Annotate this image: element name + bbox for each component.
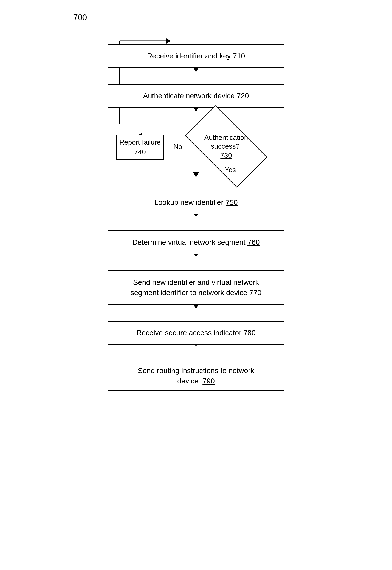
no-label: No bbox=[173, 143, 182, 151]
svg-marker-10 bbox=[193, 172, 199, 177]
step-770-label: Send new identifier and virtual networks… bbox=[130, 277, 262, 298]
step-760-container: Determine virtual network segment 760 bbox=[108, 231, 284, 254]
step-780-box: Receive secure access indicator 780 bbox=[108, 321, 284, 345]
diagram-title: 700 bbox=[73, 13, 87, 22]
step-780-ref: 780 bbox=[243, 329, 256, 337]
svg-marker-8 bbox=[166, 38, 171, 44]
step-730-label: Authenticationsuccess? 730 bbox=[190, 125, 263, 168]
flowchart: Receive identifier and key 710 Authentic… bbox=[78, 30, 314, 413]
page: 700 bbox=[0, 0, 392, 570]
step-780-container: Receive secure access indicator 780 bbox=[108, 321, 284, 345]
step-750-container: Lookup new identifier 750 bbox=[108, 191, 284, 214]
step-790-container: Send routing instructions to networkdevi… bbox=[108, 361, 284, 391]
step-770-ref: 770 bbox=[249, 289, 262, 297]
step-760-ref: 760 bbox=[248, 238, 260, 246]
step-770-box: Send new identifier and virtual networks… bbox=[108, 270, 284, 305]
step-730-ref: 730 bbox=[220, 151, 232, 160]
step-730-container: Report failure740 No Authenticationsucce… bbox=[108, 124, 284, 169]
step-710-container: Receive identifier and key 710 bbox=[108, 44, 284, 68]
step-770-container: Send new identifier and virtual networks… bbox=[108, 270, 284, 305]
step-750-box: Lookup new identifier 750 bbox=[108, 191, 284, 214]
step-710-ref: 710 bbox=[233, 52, 245, 60]
step-790-ref: 790 bbox=[202, 377, 215, 385]
step-760-label: Determine virtual network segment 760 bbox=[132, 237, 260, 248]
step-740-label: Report failure740 bbox=[119, 138, 161, 157]
step-740-ref: 740 bbox=[134, 148, 146, 156]
step-790-box: Send routing instructions to networkdevi… bbox=[108, 361, 284, 391]
step-720-box: Authenticate network device 720 bbox=[108, 84, 284, 108]
step-710-label: Receive identifier and key 710 bbox=[147, 51, 245, 61]
step-720-ref: 720 bbox=[237, 92, 249, 100]
diamond-wrapper: Authenticationsuccess? 730 bbox=[190, 125, 263, 168]
step-720-container: Authenticate network device 720 bbox=[108, 84, 284, 108]
step-710-box: Receive identifier and key 710 bbox=[108, 44, 284, 68]
step-720-label: Authenticate network device 720 bbox=[143, 91, 249, 101]
step-740-box: Report failure740 bbox=[116, 135, 164, 160]
step-750-label: Lookup new identifier 750 bbox=[154, 197, 238, 208]
step-790-label: Send routing instructions to networkdevi… bbox=[138, 366, 254, 386]
step-780-label: Receive secure access indicator 780 bbox=[136, 328, 256, 338]
step-760-box: Determine virtual network segment 760 bbox=[108, 231, 284, 254]
step-750-ref: 750 bbox=[225, 198, 238, 206]
